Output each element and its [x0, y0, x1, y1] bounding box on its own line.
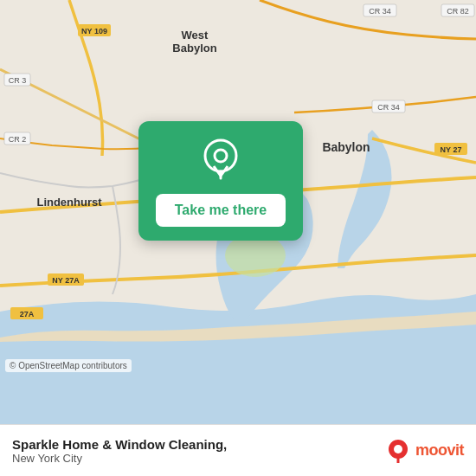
place-name: Sparkle Home & Window Cleaning, — [12, 437, 227, 452]
bottom-info: Sparkle Home & Window Cleaning, New York… — [12, 437, 227, 465]
svg-text:CR 3: CR 3 — [9, 76, 27, 85]
location-pin-icon — [198, 137, 243, 182]
svg-text:CR 34: CR 34 — [369, 7, 391, 16]
moovit-pin-icon — [386, 439, 410, 463]
svg-text:NY 27A: NY 27A — [52, 276, 80, 285]
svg-text:West: West — [182, 29, 209, 42]
moovit-wordmark: moovit — [415, 441, 464, 460]
svg-point-24 — [205, 140, 236, 171]
moovit-logo: moovit — [386, 439, 464, 463]
osm-attribution: © OpenStreetMap contributors — [5, 359, 132, 372]
svg-text:NY 27: NY 27 — [441, 145, 462, 154]
svg-point-25 — [215, 150, 227, 162]
svg-text:27A: 27A — [20, 310, 35, 318]
svg-text:Babylon: Babylon — [172, 42, 216, 55]
svg-text:CR 34: CR 34 — [377, 103, 400, 112]
svg-point-27 — [394, 445, 402, 453]
city-name: New York City — [12, 452, 227, 465]
map-container: NY 27A NY 109 CR 34 CR 82 CR 34 NY 27 CR… — [0, 0, 476, 424]
bottom-bar: Sparkle Home & Window Cleaning, New York… — [0, 424, 476, 476]
svg-text:Babylon: Babylon — [322, 140, 370, 154]
svg-text:CR 2: CR 2 — [9, 135, 27, 144]
svg-text:NY 109: NY 109 — [81, 27, 107, 35]
svg-text:CR 82: CR 82 — [447, 7, 469, 16]
take-me-there-button[interactable]: Take me there — [156, 194, 286, 227]
action-card: Take me there — [138, 121, 303, 241]
svg-text:Lindenhurst: Lindenhurst — [36, 196, 102, 209]
